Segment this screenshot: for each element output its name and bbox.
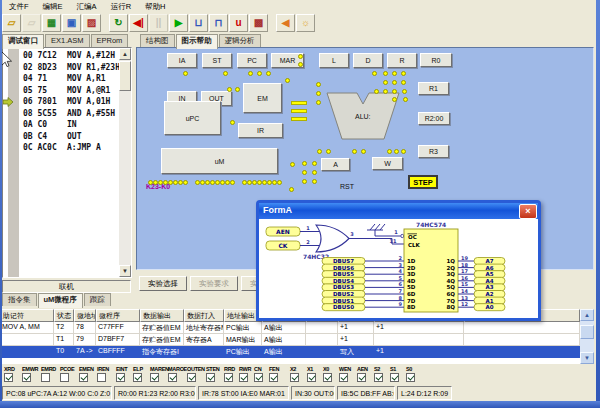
a-output-pin: A2: [485, 291, 493, 297]
signal-checkbox[interactable]: [269, 373, 278, 382]
code-line[interactable]: 06 7801MOV A,01H: [23, 97, 119, 109]
signal-checkbox[interactable]: [307, 373, 316, 382]
check-icon: [6, 373, 13, 380]
pin-number: 11: [390, 238, 397, 244]
signal-checkbox[interactable]: [339, 373, 348, 382]
pin-number: 14: [461, 288, 468, 294]
table-scrollbar[interactable]: ▲ ▼: [580, 309, 594, 364]
led-indicator: [290, 162, 295, 167]
pause-icon: ||: [156, 18, 162, 28]
help-lamp-button[interactable]: ☼: [296, 14, 315, 32]
menu-item-4[interactable]: 帮助H: [138, 1, 172, 13]
table-header-cell: 微程序: [96, 309, 140, 322]
d-input-label: 8D: [407, 304, 416, 310]
signal-checkbox[interactable]: [79, 373, 88, 382]
led-indicator: [298, 54, 303, 59]
table-row[interactable]: MOV A, MMT278C77FFF存贮器值EM地址寄存器MPC输出A输出+1…: [0, 322, 580, 334]
signal-checkbox[interactable]: [4, 373, 13, 382]
assemble-button[interactable]: ▦: [42, 14, 61, 32]
signal-checkbox[interactable]: [254, 373, 263, 382]
tab-EX1.ASM[interactable]: EX1.ASM: [45, 34, 90, 47]
signal-checkbox[interactable]: [290, 373, 299, 382]
signal-checkbox[interactable]: [41, 373, 50, 382]
signal-checkbox[interactable]: [406, 373, 415, 382]
code-line[interactable]: 0A C0IN: [23, 120, 119, 132]
code-line[interactable]: 0C AC0CA:JMP A: [23, 143, 119, 155]
back-button[interactable]: ◀: [276, 14, 295, 32]
step-button[interactable]: STEP: [408, 175, 438, 189]
signal-checkbox[interactable]: [116, 373, 125, 382]
table-row[interactable]: T07A ->CBFFFF指令寄存器IPC输出A输出写入+1: [0, 346, 580, 358]
signal-checkbox[interactable]: [133, 373, 142, 382]
tab-指令集[interactable]: 指令集: [2, 293, 37, 306]
run-button[interactable]: ▶: [169, 14, 188, 32]
experiment-button-0[interactable]: 实验选择: [139, 276, 187, 291]
table-cell: 指令寄存器I: [140, 346, 184, 358]
scroll-down-icon[interactable]: ▼: [119, 265, 131, 277]
link-button[interactable]: ▣: [62, 14, 81, 32]
code-line[interactable]: 08 5C55AND A,#55H: [23, 109, 119, 121]
code-line[interactable]: 05 75MOV A,@R1: [23, 86, 119, 98]
tab-逻辑分析[interactable]: 逻辑分析: [219, 34, 261, 47]
signal-label: S0: [406, 366, 424, 372]
refresh-button[interactable]: ↻: [109, 14, 128, 32]
table-row[interactable]: T179D7BFF7存贮器值EM寄存器AMAR输出A输出+1: [0, 334, 580, 346]
code-line[interactable]: 04 71MOV A,R1: [23, 74, 119, 86]
code-instruction: MOV R1,#23H: [67, 63, 120, 72]
signal-checkbox[interactable]: [150, 373, 159, 382]
scroll-thumb[interactable]: [580, 325, 594, 339]
led-indicator: [289, 187, 294, 192]
signal-checkbox[interactable]: [323, 373, 332, 382]
step-into-button[interactable]: ⊔: [189, 14, 208, 32]
tab-跟踪[interactable]: 跟踪: [84, 293, 111, 306]
micro-step-button[interactable]: u: [229, 14, 248, 32]
tab-EPRom[interactable]: EPRom: [91, 34, 129, 47]
signal-checkbox[interactable]: [239, 373, 248, 382]
code-line[interactable]: 02 8D23MOV R1,#23H: [23, 63, 119, 75]
close-icon[interactable]: ×: [519, 204, 537, 219]
pin-number: 6: [399, 281, 403, 287]
table-header-cell: 助记符: [0, 309, 54, 322]
step-over-button[interactable]: ⊓: [209, 14, 228, 32]
code-line[interactable]: 0B C4OUT: [23, 132, 119, 144]
table-cell: [306, 322, 338, 334]
menu-item-3[interactable]: 运行R: [104, 1, 138, 13]
led-indicator: [248, 71, 253, 76]
signal-checkbox[interactable]: [390, 373, 399, 382]
tab-结构图[interactable]: 结构图: [140, 34, 175, 47]
signal-checkbox[interactable]: [97, 373, 106, 382]
scroll-down-icon[interactable]: ▼: [580, 352, 594, 364]
signal-checkbox[interactable]: [357, 373, 366, 382]
menu-item-2[interactable]: 汇编A: [70, 1, 104, 13]
logic-analyzer-button[interactable]: ▩: [249, 14, 268, 32]
led-indicator: [402, 89, 407, 94]
signal-checkbox[interactable]: [224, 373, 233, 382]
download-button[interactable]: ▨: [82, 14, 101, 32]
signal-checkbox[interactable]: [374, 373, 383, 382]
signal-checkbox[interactable]: [168, 373, 177, 382]
tab-uM微程序[interactable]: uM微程序: [38, 293, 83, 308]
d-input-label: 6D: [407, 291, 416, 297]
signal-checkbox[interactable]: [187, 373, 196, 382]
signal-checkbox[interactable]: [206, 373, 215, 382]
scroll-thumb[interactable]: [119, 61, 131, 91]
pause-button: ||: [149, 14, 168, 32]
menu-item-1[interactable]: 编辑E: [36, 1, 70, 13]
tab-图示帮助[interactable]: 图示帮助: [176, 34, 218, 49]
code-address: 04 71: [23, 74, 67, 83]
signal-checkbox[interactable]: [22, 373, 31, 382]
scroll-up-icon[interactable]: ▲: [119, 48, 131, 60]
menu-item-0[interactable]: 文件F: [2, 1, 36, 13]
open-button[interactable]: ▱: [2, 14, 21, 32]
signal-checkbox[interactable]: [60, 373, 69, 382]
code-line[interactable]: 00 7C12MOV A,#12H: [23, 51, 119, 63]
tab-调试窗口[interactable]: 调试窗口: [2, 34, 44, 49]
dialog-title-bar[interactable]: FormA ×: [259, 203, 538, 219]
reset-button[interactable]: ◀|: [129, 14, 148, 32]
table-cell: [184, 346, 224, 358]
scroll-up-icon[interactable]: ▲: [580, 309, 594, 321]
code-scrollbar[interactable]: ▲ ▼: [119, 48, 131, 277]
mouse-cursor: [1, 52, 13, 68]
led-indicator: [383, 89, 388, 94]
led-indicator: [392, 97, 397, 102]
